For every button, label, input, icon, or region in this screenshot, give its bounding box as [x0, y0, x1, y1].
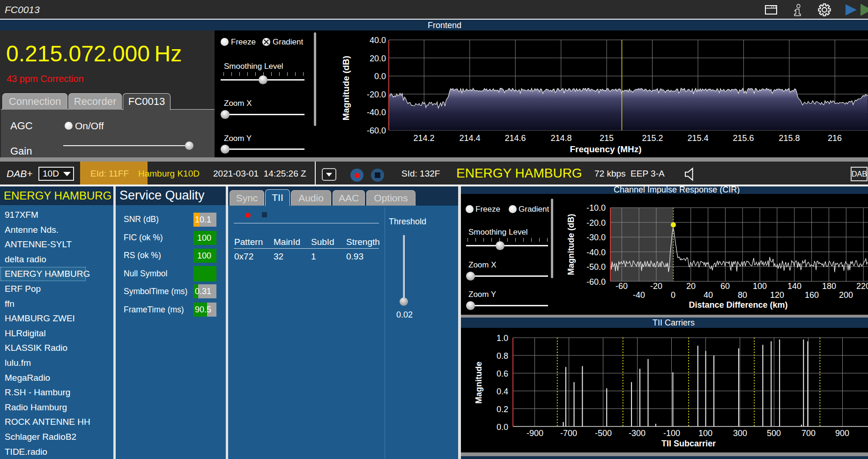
svg-text:-300: -300	[629, 429, 645, 438]
svg-text:216: 216	[828, 133, 842, 143]
svg-text:20.0: 20.0	[370, 54, 386, 63]
svg-text:60: 60	[720, 281, 730, 291]
svg-text:-10.0: -10.0	[586, 203, 606, 213]
svg-text:300: 300	[733, 429, 747, 438]
svg-text:-20.0: -20.0	[586, 218, 606, 228]
svg-text:-20.0: -20.0	[367, 90, 386, 99]
svg-text:80: 80	[738, 290, 747, 300]
svg-text:500: 500	[767, 429, 781, 438]
svg-text:100: 100	[753, 281, 767, 291]
svg-text:214.8: 214.8	[550, 133, 571, 143]
svg-text:-50.0: -50.0	[586, 262, 606, 272]
svg-text:Frequency (MHz): Frequency (MHz)	[570, 144, 641, 154]
svg-text:Magnitude (dB): Magnitude (dB)	[341, 56, 351, 120]
svg-text:215.8: 215.8	[779, 133, 800, 143]
svg-text:215.2: 215.2	[642, 133, 663, 143]
svg-text:700: 700	[801, 429, 816, 438]
svg-text:Magnitude (dB): Magnitude (dB)	[566, 214, 576, 275]
svg-text:215.6: 215.6	[733, 133, 754, 143]
svg-text:214.6: 214.6	[504, 133, 526, 143]
svg-text:-40.0: -40.0	[586, 248, 606, 257]
svg-text:214.4: 214.4	[459, 133, 480, 143]
svg-text:40.0: 40.0	[370, 36, 386, 45]
svg-text:0.2: 0.2	[497, 405, 508, 414]
svg-text:214.2: 214.2	[413, 133, 434, 143]
svg-text:-20: -20	[650, 281, 662, 291]
svg-text:140: 140	[787, 281, 801, 291]
svg-text:0: 0	[671, 290, 675, 300]
svg-text:Distance Difference (km): Distance Difference (km)	[689, 300, 787, 310]
svg-text:-60.0: -60.0	[367, 126, 386, 135]
svg-text:-100: -100	[663, 429, 680, 438]
svg-text:40: 40	[704, 290, 713, 300]
svg-text:-500: -500	[595, 429, 612, 438]
svg-text:220: 220	[856, 281, 868, 291]
svg-text:215: 215	[600, 133, 614, 143]
svg-text:0.6: 0.6	[497, 369, 508, 378]
svg-text:160: 160	[805, 290, 819, 300]
svg-text:TII Subcarrier: TII Subcarrier	[661, 439, 716, 448]
svg-text:0.0: 0.0	[497, 422, 508, 432]
svg-text:100: 100	[698, 429, 712, 438]
svg-text:0.4: 0.4	[497, 387, 508, 396]
svg-text:-700: -700	[560, 429, 577, 438]
svg-text:120: 120	[770, 290, 784, 300]
svg-text:0.8: 0.8	[497, 351, 508, 361]
svg-text:215.4: 215.4	[687, 133, 708, 143]
svg-text:-60: -60	[616, 281, 628, 291]
svg-text:Magnitude: Magnitude	[474, 362, 483, 404]
svg-text:-40: -40	[633, 290, 645, 300]
svg-text:180: 180	[822, 281, 836, 291]
svg-text:20: 20	[686, 281, 696, 291]
svg-text:200: 200	[839, 290, 853, 300]
svg-text:1.0: 1.0	[497, 333, 508, 343]
svg-text:900: 900	[835, 429, 849, 438]
svg-text:-60.0: -60.0	[586, 277, 606, 287]
svg-text:-900: -900	[527, 429, 543, 438]
svg-text:-40.0: -40.0	[367, 108, 386, 117]
svg-text:-30.0: -30.0	[586, 233, 606, 242]
svg-text:0.0: 0.0	[374, 72, 386, 81]
